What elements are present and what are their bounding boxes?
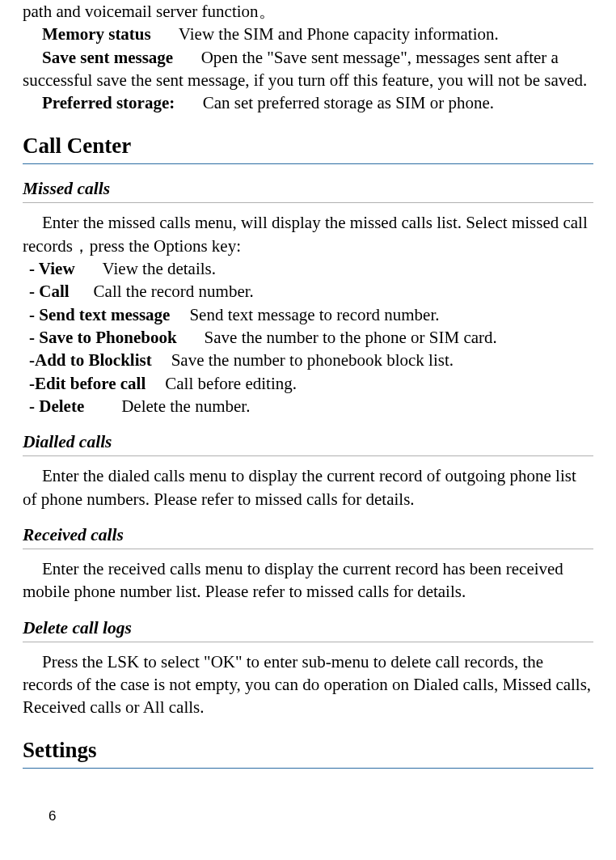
label-memory-status: Memory status [42,24,151,44]
subheading-rule [23,455,593,456]
label-preferred-storage: Preferred storage: [42,93,175,112]
option-label: - View [29,259,75,278]
list-item: - CallCall the record number. [23,280,593,303]
body-text: Memory status View the SIM and Phone cap… [23,23,593,45]
option-label: - Send text message [29,305,170,324]
body-text: Enter the dialed calls menu to display t… [23,464,593,510]
option-label: - Save to Phonebook [29,328,177,347]
options-list: - ViewView the details.- CallCall the re… [23,257,593,417]
body-text: Press the LSK to select "OK" to enter su… [23,650,593,719]
heading-dialled-calls: Dialled calls [23,430,593,454]
option-text: Delete the number. [121,396,250,416]
list-item: -Add to BlocklistSave the number to phon… [23,349,593,371]
subheading-rule [23,202,593,203]
text-memory-status: View the SIM and Phone capacity informat… [179,24,499,44]
option-label: - Call [29,282,70,301]
list-item: - ViewView the details. [23,257,593,280]
body-text: Enter the missed calls menu, will displa… [23,211,593,257]
heading-delete-call-logs: Delete call logs [23,616,593,640]
option-text: Save the number to the phone or SIM card… [205,328,497,347]
subheading-rule [23,549,593,549]
list-item: -Edit before callCall before editing. [23,372,593,395]
option-text: Call the record number. [94,282,254,301]
label-save-sent: Save sent message [42,48,173,67]
page-number: 6 [23,807,593,834]
body-text: Preferred storage: Can set preferred sto… [23,91,593,114]
heading-call-center: Call Center [23,131,593,160]
heading-rule [23,163,593,164]
subheading-rule [23,642,593,642]
body-text: Save sent message Open the "Save sent me… [23,46,593,92]
heading-received-calls: Received calls [23,523,593,547]
heading-missed-calls: Missed calls [23,177,593,201]
option-text: Save the number to phonebook block list. [171,350,454,370]
option-text: Send text message to record number. [189,305,439,324]
option-label: -Edit before call [29,374,146,393]
list-item: - DeleteDelete the number. [23,395,593,417]
heading-settings: Settings [23,735,593,765]
list-item: - Send text messageSend text message to … [23,303,593,326]
option-text: Call before editing. [165,374,297,393]
option-text: View the details. [103,259,216,278]
body-text: path and voicemail server function。 [23,0,593,23]
option-label: - Delete [29,396,84,416]
heading-rule [23,768,593,769]
list-item: - Save to PhonebookSave the number to th… [23,326,593,349]
option-label: -Add to Blocklist [29,350,152,370]
body-text: Enter the received calls menu to display… [23,557,593,604]
text-preferred-storage: Can set preferred storage as SIM or phon… [203,93,494,112]
